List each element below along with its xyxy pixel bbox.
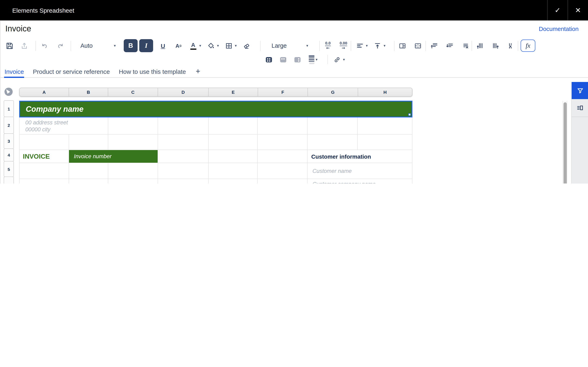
freeze-columns-button[interactable]: [294, 57, 301, 62]
cell-company-address[interactable]: 00 address street 00000 city: [20, 117, 108, 134]
cell[interactable]: [308, 117, 358, 134]
close-button[interactable]: ✕: [568, 0, 588, 20]
split-cells-button[interactable]: [413, 40, 423, 51]
bold-button[interactable]: B: [124, 39, 138, 52]
fill-color-button[interactable]: [206, 40, 216, 51]
delete-row-button[interactable]: [460, 40, 470, 51]
cell-customer-company[interactable]: Customer company name 00 address street …: [308, 179, 412, 184]
column-header-b[interactable]: B: [69, 88, 108, 96]
cell[interactable]: [20, 163, 69, 179]
cell-invoice-title[interactable]: INVOICE: [20, 150, 69, 163]
insert-column-left-button[interactable]: [475, 40, 485, 51]
chevron-down-icon[interactable]: ▾: [366, 44, 368, 48]
filter-button[interactable]: [572, 82, 588, 99]
cell[interactable]: [158, 134, 208, 150]
tab-how-to-use[interactable]: How to use this template: [119, 68, 186, 75]
chevron-down-icon[interactable]: ▾: [199, 44, 201, 48]
add-sheet-button[interactable]: +: [196, 67, 200, 76]
export-button[interactable]: [19, 40, 29, 51]
column-header-c[interactable]: C: [108, 88, 158, 96]
underline-button[interactable]: U: [158, 40, 168, 51]
select-all-button[interactable]: [4, 88, 13, 96]
row-header[interactable]: 3: [4, 133, 14, 149]
cell-company-name[interactable]: Company name: [19, 101, 412, 117]
cell[interactable]: [108, 134, 158, 150]
column-header-e[interactable]: E: [209, 88, 258, 96]
cell[interactable]: [208, 117, 258, 134]
confirm-button[interactable]: ✓: [547, 0, 568, 20]
borders-button[interactable]: [224, 40, 233, 51]
horizontal-align-button[interactable]: [355, 40, 365, 51]
cell[interactable]: [208, 179, 258, 184]
freeze-rows-button[interactable]: [280, 57, 286, 62]
freeze-panes-button[interactable]: [266, 57, 272, 62]
text-color-button[interactable]: A: [188, 40, 198, 51]
increase-decimal-button[interactable]: 0.00→: [338, 40, 348, 51]
cell[interactable]: [258, 179, 308, 184]
cell[interactable]: [258, 163, 308, 179]
cell[interactable]: [108, 179, 158, 184]
delete-column-button[interactable]: [506, 40, 516, 51]
fill-handle[interactable]: [408, 113, 411, 116]
vertical-align-button[interactable]: [373, 40, 382, 51]
row-header[interactable]: 1: [4, 100, 14, 117]
chevron-down-icon[interactable]: ▾: [343, 58, 345, 62]
cell[interactable]: [69, 163, 108, 179]
cell-customer-name[interactable]: Customer name: [308, 163, 412, 179]
cell[interactable]: [158, 179, 208, 184]
insert-row-below-button[interactable]: [445, 40, 454, 51]
column-header-f[interactable]: F: [258, 88, 308, 96]
vertical-scrollbar[interactable]: [562, 101, 567, 184]
tab-invoice[interactable]: Invoice: [4, 68, 24, 75]
cell[interactable]: [69, 134, 108, 150]
cell[interactable]: [108, 117, 158, 134]
cell[interactable]: [208, 134, 258, 150]
chevron-down-icon[interactable]: ▾: [235, 44, 237, 48]
chevron-down-icon[interactable]: ▾: [384, 44, 385, 48]
column-header-d[interactable]: D: [158, 88, 209, 96]
redo-button[interactable]: [55, 40, 65, 51]
column-header-a[interactable]: A: [20, 88, 69, 96]
clear-format-button[interactable]: [242, 40, 251, 51]
cell[interactable]: [358, 117, 412, 134]
row-header[interactable]: 6: [4, 176, 14, 184]
italic-button[interactable]: I: [139, 39, 153, 52]
chevron-down-icon[interactable]: ▾: [316, 58, 318, 62]
side-panel-button[interactable]: [572, 99, 588, 117]
insert-row-above-button[interactable]: [429, 40, 439, 51]
documentation-link[interactable]: Documentation: [539, 26, 579, 32]
insert-link-button[interactable]: [332, 54, 342, 65]
row-header[interactable]: 4: [4, 149, 14, 161]
chevron-down-icon[interactable]: ▾: [217, 44, 219, 48]
cell[interactable]: [308, 134, 358, 150]
cell[interactable]: [158, 117, 208, 134]
cell[interactable]: [158, 163, 208, 179]
font-family-select[interactable]: Auto ▾: [80, 42, 116, 49]
cell[interactable]: [208, 163, 258, 179]
cell-invoice-number[interactable]: Invoice number: [69, 150, 158, 163]
cell[interactable]: [258, 117, 308, 134]
row-header[interactable]: 2: [4, 117, 14, 134]
cell-customer-information-label[interactable]: Customer information: [308, 150, 412, 163]
undo-button[interactable]: [40, 40, 49, 51]
merge-cells-button[interactable]: [397, 40, 407, 51]
font-size-select[interactable]: Large ▾: [272, 42, 308, 49]
cell[interactable]: [69, 179, 108, 184]
cell[interactable]: [358, 134, 412, 150]
row-header[interactable]: 5: [4, 161, 14, 177]
insert-column-right-button[interactable]: [490, 40, 500, 51]
column-header-h[interactable]: H: [358, 88, 412, 96]
formula-button[interactable]: fx: [521, 40, 535, 52]
border-style-button[interactable]: [309, 55, 314, 64]
cell[interactable]: [20, 179, 69, 184]
cell[interactable]: [20, 134, 69, 150]
save-button[interactable]: [4, 40, 14, 51]
text-effects-button[interactable]: A: [173, 40, 183, 51]
cell[interactable]: [208, 150, 258, 163]
cell[interactable]: [108, 163, 158, 179]
column-header-g[interactable]: G: [308, 88, 358, 96]
decrease-decimal-button[interactable]: 0.0←: [323, 40, 333, 51]
scrollbar-handle[interactable]: [563, 102, 567, 184]
tab-product-reference[interactable]: Product or service reference: [33, 68, 110, 75]
cell[interactable]: [258, 150, 308, 163]
